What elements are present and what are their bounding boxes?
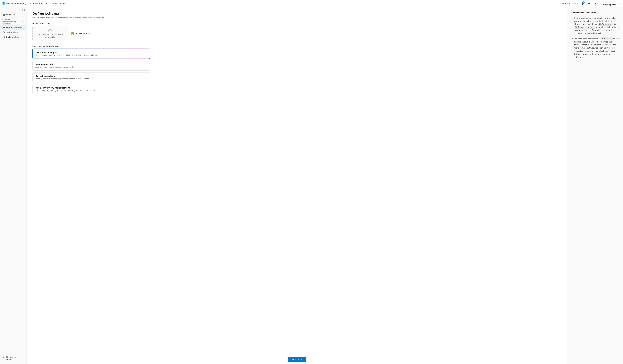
- panel-list: Define your schema by specifying the fie…: [571, 17, 619, 59]
- svg-rect-7: [3, 14, 4, 15]
- project-section-label: Project: [601, 1, 618, 3]
- preview-badge: PREVIEW: [2, 23, 11, 24]
- panel-p1-code2: field descriptions: [574, 26, 595, 29]
- template-card-defect-detection[interactable]: Defect detection Identify potential defe…: [32, 72, 150, 82]
- browse-link[interactable]: Browse file: [45, 36, 55, 38]
- template-card-image-analysis[interactable]: Image analysis Analyze images to extract…: [32, 61, 150, 71]
- svg-rect-10: [4, 15, 5, 16]
- breadcrumb-project[interactable]: sample-project: [30, 2, 47, 4]
- app-body: Overview Content Understanding PREVIEW D…: [0, 7, 623, 364]
- page-subtitle: Review fields from selected template and…: [32, 17, 561, 19]
- bottom-bar: Create: [26, 355, 567, 364]
- section-label-text: Content Understanding PREVIEW: [2, 19, 21, 24]
- notifications-button[interactable]: 1: [580, 1, 585, 6]
- sidebar-build-analyzer-label: Build analyzer: [6, 36, 20, 38]
- sidebar-define-schema-label: Define schema: [6, 26, 22, 29]
- template-title-retail-inventory: Retail inventory management: [36, 87, 147, 89]
- template-section-label: Select one template to start: [32, 45, 561, 47]
- user-avatar[interactable]: [593, 1, 598, 6]
- right-panel: Document analysis Define your schema by …: [567, 7, 623, 364]
- svg-rect-8: [4, 14, 5, 15]
- sidebar-collapse-button[interactable]: [0, 8, 26, 12]
- test-analyzer-icon: [3, 31, 5, 33]
- topbar-left: Azure AI Foundry / sample-project / Defi…: [2, 2, 65, 5]
- template-list: Document analysis Analyze documents to e…: [32, 49, 150, 94]
- panel-p2-mid2: (repeated items with subfields) and: [574, 50, 608, 52]
- all-hubs-link[interactable]: All hubs + projects: [560, 2, 578, 4]
- management-center-label: Management center: [6, 356, 24, 361]
- template-title-defect-detection: Defect detection: [36, 75, 147, 77]
- breadcrumb-current: Define schema: [51, 2, 65, 4]
- project-selector[interactable]: Project sample-project: [600, 1, 621, 6]
- sidebar-section-header: Content Understanding PREVIEW: [0, 17, 26, 25]
- panel-point-1: Define your schema by specifying the fie…: [574, 17, 619, 35]
- template-desc-image-analysis: Analyze images to extract structured fie…: [36, 66, 147, 68]
- settings-button[interactable]: [587, 1, 591, 6]
- upload-section-label: Upload a test file*: [32, 22, 561, 24]
- template-desc-retail-inventory: Retail inventory management for monitori…: [36, 90, 147, 92]
- svg-rect-5: [22, 9, 24, 11]
- sidebar-test-analyzer-label: Test analyzer: [6, 31, 19, 33]
- svg-rect-12: [3, 27, 5, 28]
- sidebar-item-overview[interactable]: Overview: [0, 12, 26, 17]
- uploaded-file-name: invoice.png: [76, 32, 87, 35]
- management-center-icon: [3, 357, 5, 360]
- overview-icon: [3, 14, 5, 16]
- panel-p2-code2: tables: [606, 47, 614, 49]
- svg-rect-0: [2, 2, 4, 3]
- upload-area-container: Drag and drop one file here or Browse fi…: [32, 26, 561, 41]
- project-name: sample-project: [601, 3, 618, 6]
- sidebar-overview-label: Overview: [6, 14, 15, 16]
- uploaded-file: ✅ invoice.png 🗑: [68, 32, 94, 35]
- panel-title: Document analysis: [571, 11, 619, 14]
- template-title-document-analysis: Document analysis: [36, 51, 147, 54]
- bottom-spacer: [32, 94, 561, 104]
- svg-rect-2: [2, 4, 4, 5]
- svg-point-17: [3, 359, 4, 359]
- page-title: Define schema: [32, 12, 561, 16]
- breadcrumb-sep1: /: [28, 2, 29, 5]
- upload-cloud-icon: [48, 28, 52, 33]
- template-desc-document-analysis: Analyze documents to extract text, layou…: [36, 54, 147, 56]
- drop-text: Drag and drop one file here or: [37, 33, 64, 36]
- upload-drop-zone[interactable]: Drag and drop one file here or Browse fi…: [32, 26, 68, 41]
- create-button-label: Create: [295, 358, 302, 361]
- sidebar-item-test-analyzer[interactable]: Test analyzer: [0, 30, 26, 35]
- svg-rect-13: [3, 28, 5, 28]
- create-check-icon: [292, 358, 294, 361]
- topbar: Azure AI Foundry / sample-project / Defi…: [0, 0, 623, 7]
- svg-rect-9: [3, 15, 4, 16]
- breadcrumb-sep2: /: [49, 2, 49, 4]
- define-schema-icon: [3, 26, 5, 29]
- svg-rect-11: [3, 27, 5, 27]
- template-desc-defect-detection: Identify potential defects in provided i…: [36, 78, 147, 80]
- brand-label: Azure AI Foundry: [6, 2, 26, 5]
- sidebar-item-define-schema[interactable]: Define schema: [0, 25, 26, 30]
- file-delete-button[interactable]: 🗑: [88, 32, 90, 35]
- section-chevron[interactable]: [22, 20, 24, 23]
- template-card-document-analysis[interactable]: Document analysis Analyze documents to e…: [32, 49, 150, 59]
- template-card-retail-inventory[interactable]: Retail inventory management Retail inven…: [32, 84, 150, 94]
- template-title-image-analysis: Image analysis: [36, 63, 147, 65]
- panel-p2-text: For each field, indicate the: [574, 38, 600, 40]
- svg-point-15: [3, 358, 4, 358]
- panel-point-2: For each field, indicate the value type …: [574, 37, 619, 59]
- sidebar: Overview Content Understanding PREVIEW D…: [0, 7, 26, 364]
- project-info: Project sample-project: [601, 1, 618, 6]
- topbar-right: All hubs + projects 1 Project sample-pro…: [560, 1, 621, 6]
- notification-badge: 1: [582, 1, 585, 4]
- panel-p1-code1: field names: [598, 23, 612, 26]
- panel-p1-mid: . Use: [612, 23, 617, 25]
- azure-brand[interactable]: Azure AI Foundry: [2, 2, 26, 5]
- file-check-icon: ✅: [71, 32, 74, 35]
- svg-rect-3: [4, 4, 5, 5]
- create-button[interactable]: Create: [288, 357, 306, 362]
- sidebar-bottom: Management center: [0, 354, 26, 363]
- panel-p2-code1: value type: [600, 38, 613, 40]
- sidebar-management-center[interactable]: Management center: [0, 355, 26, 362]
- svg-point-16: [4, 358, 4, 359]
- required-star: *: [49, 22, 50, 24]
- svg-rect-1: [4, 2, 5, 3]
- sidebar-item-build-analyzer[interactable]: Build analyzer: [0, 35, 26, 39]
- main-content: Define schema Review fields from selecte…: [26, 7, 567, 364]
